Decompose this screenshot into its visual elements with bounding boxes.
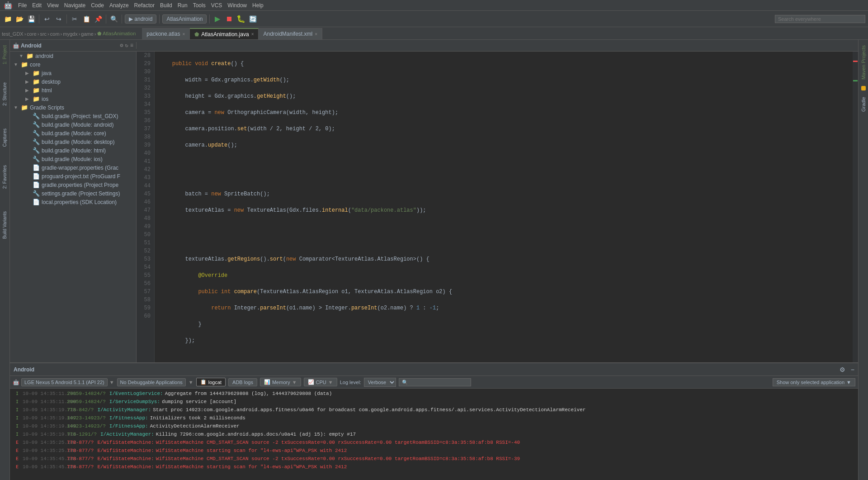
device-selector-group: 🤖 LGE Nexus 5 Android 5.1.1 (API 22) ▼ xyxy=(13,378,114,386)
logcat-tab-logcat[interactable]: 📋 logcat xyxy=(196,378,226,386)
project-breadcrumb-mygdx[interactable]: mygdx xyxy=(63,31,77,37)
vtab-maven-projects[interactable]: Maven Projects xyxy=(859,42,868,83)
tree-build-gradle-desktop[interactable]: ▶ 🔧 build.gradle (Module: desktop) xyxy=(10,138,136,146)
menu-build[interactable]: Build xyxy=(160,2,172,9)
show-selected-app-btn[interactable]: Show only selected application ▼ xyxy=(773,378,855,386)
project-tree-collapse[interactable]: ≡ xyxy=(130,43,133,49)
app-filter-dropdown-icon[interactable]: ▼ xyxy=(189,380,193,385)
vtab-gradle[interactable]: Gradle xyxy=(859,93,868,115)
logcat-tab-cpu[interactable]: 📈 CPU ▼ xyxy=(304,378,337,386)
tree-android[interactable]: ▼ 📁 android xyxy=(10,52,136,60)
menu-run[interactable]: Run xyxy=(178,2,188,9)
tree-gradle-scripts[interactable]: ▼ 📁 Gradle Scripts xyxy=(10,103,136,112)
menu-tools[interactable]: Tools xyxy=(193,2,206,9)
tree-core[interactable]: ▼ 📁 core xyxy=(10,60,136,69)
tree-gradle-props[interactable]: ▶ 📄 gradle.properties (Project Prope xyxy=(10,181,136,189)
toolbar-sep2 xyxy=(66,14,67,24)
project-tree-gear[interactable]: ⚙ xyxy=(120,42,123,49)
project-tree-sync[interactable]: ↻ xyxy=(125,42,128,49)
toolbar-search-input[interactable] xyxy=(775,15,865,23)
log-line[interactable]: I 10-09 14:35:11.800 29059-14824/? I/Ser… xyxy=(10,398,858,406)
tree-desktop[interactable]: ▶ 📁 desktop xyxy=(10,77,136,86)
toolbar-copy-btn[interactable]: 📋 xyxy=(81,14,91,24)
log-line[interactable]: E 10-09 14:35:25.103 778-877/? E/WifiSta… xyxy=(10,447,858,455)
memory-dropdown-icon[interactable]: ▼ xyxy=(292,380,297,385)
project-breadcrumb-core[interactable]: core xyxy=(27,31,36,37)
device-dropdown-icon[interactable]: ▼ xyxy=(109,380,114,385)
device-selector[interactable]: LGE Nexus 5 Android 5.1.1 (API 22) xyxy=(21,378,108,386)
log-line[interactable]: I 10-09 14:35:11.741 29059-14824/? I/Eve… xyxy=(10,390,858,398)
log-line[interactable]: E 10-09 14:35:25.102 778-877/? E/WifiSta… xyxy=(10,438,858,447)
menu-help[interactable]: Help xyxy=(252,2,264,9)
vtab-build-variants[interactable]: Build Variants xyxy=(1,208,8,242)
toolbar-paste-btn[interactable]: 📌 xyxy=(93,14,103,24)
tree-build-gradle-core[interactable]: ▶ 🔧 build.gradle (Module: core) xyxy=(10,129,136,138)
toolbar-undo-btn[interactable]: ↩ xyxy=(42,14,52,24)
project-breadcrumb-game[interactable]: game xyxy=(81,31,94,37)
logcat-tab-adb[interactable]: ADB logs xyxy=(228,378,257,386)
tree-html[interactable]: ▶ 📁 html xyxy=(10,86,136,95)
project-breadcrumb-gdx[interactable]: test_GDX xyxy=(2,31,24,37)
tab-androidmanifest-close[interactable]: × xyxy=(315,32,317,37)
project-breadcrumb-com[interactable]: com xyxy=(50,31,60,37)
code-editor[interactable]: 2829303132 3334353637 3839404142 4344454… xyxy=(137,52,853,362)
tree-build-gradle-html[interactable]: ▶ 🔧 build.gradle (Module: html) xyxy=(10,146,136,155)
menu-window[interactable]: Window xyxy=(227,2,247,9)
menu-refactor[interactable]: Refactor xyxy=(134,2,155,9)
log-level-icon: E xyxy=(14,455,21,463)
tree-build-gradle-project[interactable]: ▶ 🔧 build.gradle (Project: test_GDX) xyxy=(10,112,136,120)
menu-vcs[interactable]: VCS xyxy=(211,2,222,9)
toolbar-save-btn[interactable]: 💾 xyxy=(26,14,36,24)
vtab-structure[interactable]: 2: Structure xyxy=(1,79,8,109)
menu-analyze[interactable]: Analyze xyxy=(109,2,129,9)
code-content[interactable]: public void create() { width = Gdx.graph… xyxy=(155,52,853,362)
menu-file[interactable]: File xyxy=(18,2,27,9)
toolbar-device-selector[interactable]: ▶ android xyxy=(125,14,156,24)
tab-atlasanimation-close[interactable]: × xyxy=(251,32,254,37)
debug-button[interactable]: 🐛 xyxy=(236,14,246,24)
app-filter-selector[interactable]: No Debuggable Applications xyxy=(117,378,186,386)
vtab-project[interactable]: 1: Project xyxy=(1,42,8,68)
tree-build-gradle-ios[interactable]: ▶ 🔧 build.gradle (Module: ios) xyxy=(10,155,136,163)
tree-ios[interactable]: ▶ 📁 ios xyxy=(10,95,136,103)
menu-edit[interactable]: Edit xyxy=(32,2,42,9)
toolbar-sync-btn[interactable]: 🔄 xyxy=(248,14,258,24)
toolbar-open-btn[interactable]: 📂 xyxy=(14,14,24,24)
log-line[interactable]: E 10-09 14:35:45.104 778-877/? E/WifiSta… xyxy=(10,463,858,471)
toolbar-find-btn[interactable]: 🔍 xyxy=(109,14,119,24)
toolbar-redo-btn[interactable]: ↪ xyxy=(54,14,64,24)
bottom-panel-close[interactable]: − xyxy=(851,366,854,373)
log-line[interactable]: I 10-09 14:35:19.897 14923-14923/? I/Fit… xyxy=(10,414,858,422)
stop-button[interactable]: ⏹ xyxy=(224,14,234,24)
menu-code[interactable]: Code xyxy=(91,2,104,9)
log-line[interactable]: I 10-09 14:35:19.916 778-1291/? I/Activi… xyxy=(10,430,858,438)
tab-atlasanimation[interactable]: ⬟ AtlasAnimation.java × xyxy=(190,28,259,39)
bottom-panel-gear[interactable]: ⚙ xyxy=(840,366,845,373)
tab-androidmanifest[interactable]: AndroidManifest.xml × xyxy=(259,28,322,39)
menu-view[interactable]: View xyxy=(47,2,59,9)
toolbar-cut-btn[interactable]: ✂ xyxy=(70,14,80,24)
vtab-favorites[interactable]: 2: Favorites xyxy=(1,162,8,192)
log-search-input[interactable] xyxy=(399,378,471,386)
log-line[interactable]: I 10-09 14:35:19.898 14923-14923/? I/Fit… xyxy=(10,422,858,430)
toolbar-app-selector[interactable]: AtlasAnimation xyxy=(162,14,207,24)
tab-packone[interactable]: packone.atlas × xyxy=(142,28,190,39)
cpu-dropdown-icon[interactable]: ▼ xyxy=(328,380,333,385)
tree-gradle-wrapper[interactable]: ▶ 📄 gradle-wrapper.properties (Grac xyxy=(10,163,136,172)
vtab-captures[interactable]: Captures xyxy=(1,125,8,151)
log-line[interactable]: E 10-09 14:35:45.103 778-877/? E/WifiSta… xyxy=(10,455,858,463)
tree-build-gradle-android[interactable]: ▶ 🔧 build.gradle (Module: android) xyxy=(10,120,136,129)
menu-navigate[interactable]: Navigate xyxy=(64,2,85,9)
tree-java[interactable]: ▶ 📁 java xyxy=(10,69,136,77)
toolbar-new-btn[interactable]: 📁 xyxy=(3,14,13,24)
project-breadcrumb-file[interactable]: ⬟ AtlasAnimation xyxy=(97,31,136,37)
log-line[interactable]: I 10-09 14:35:19.715 778-842/? I/Activit… xyxy=(10,406,858,414)
logcat-tab-memory[interactable]: 📊 Memory ▼ xyxy=(260,378,301,386)
log-level-select[interactable]: Verbose Debug Info Warn Error xyxy=(364,378,396,387)
tree-proguard[interactable]: ▶ 📄 proguard-project.txt (ProGuard F xyxy=(10,172,136,181)
run-button[interactable]: ▶ xyxy=(212,14,222,24)
tree-settings-gradle[interactable]: ▶ 🔧 settings.gradle (Project Settings) xyxy=(10,189,136,198)
tree-local-props[interactable]: ▶ 📄 local.properties (SDK Location) xyxy=(10,198,136,206)
project-breadcrumb-src[interactable]: src xyxy=(40,31,47,37)
tab-packone-close[interactable]: × xyxy=(182,32,185,37)
